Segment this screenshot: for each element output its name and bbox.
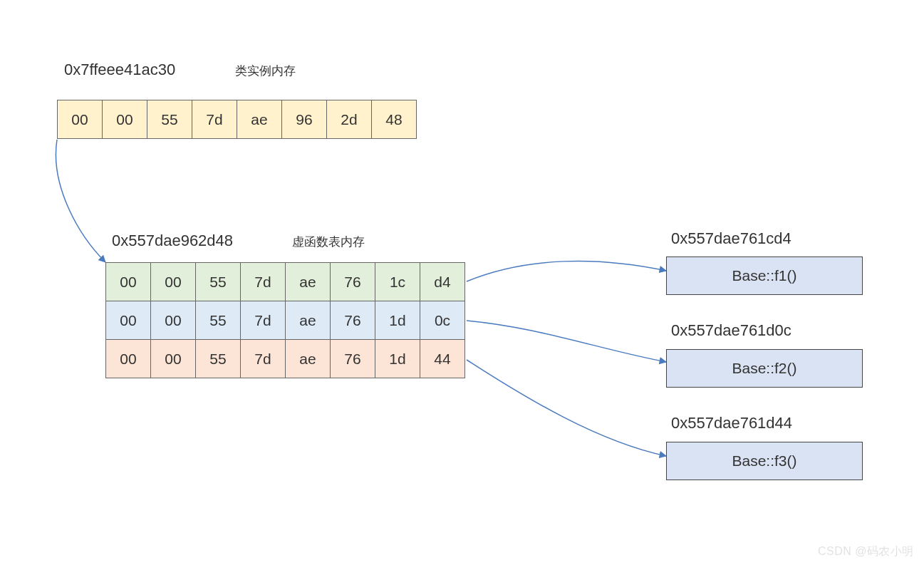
- func-name: Base::f1(): [732, 267, 796, 284]
- vtable-row-2: 00 00 55 7d ae 76 1d 44: [105, 339, 465, 378]
- func-address-0: 0x557dae761cd4: [671, 229, 791, 248]
- byte-cell: 76: [330, 262, 375, 301]
- byte-cell: d4: [420, 262, 465, 301]
- byte-cell: 1c: [375, 262, 420, 301]
- vtable-address: 0x557dae962d48: [112, 232, 233, 250]
- byte-cell: 00: [150, 301, 196, 340]
- byte-cell: 00: [102, 100, 147, 139]
- byte-cell: 44: [420, 339, 465, 378]
- byte-cell: 55: [195, 301, 241, 340]
- func-address-1: 0x557dae761d0c: [671, 321, 791, 340]
- byte-cell: ae: [285, 262, 331, 301]
- vtable-row-1: 00 00 55 7d ae 76 1d 0c: [105, 301, 465, 340]
- byte-cell: 00: [57, 100, 103, 139]
- watermark: CSDN @码农小明: [818, 544, 914, 559]
- instance-label: 类实例内存: [235, 63, 296, 79]
- byte-cell: 00: [105, 301, 151, 340]
- byte-cell: 55: [195, 339, 241, 378]
- byte-cell: 00: [105, 339, 151, 378]
- byte-cell: 7d: [240, 262, 286, 301]
- byte-cell: 7d: [240, 339, 286, 378]
- func-address-2: 0x557dae761d44: [671, 414, 792, 432]
- byte-cell: 1d: [375, 301, 420, 340]
- byte-cell: ae: [285, 339, 331, 378]
- byte-cell: 76: [330, 339, 375, 378]
- byte-cell: ae: [285, 301, 331, 340]
- byte-cell: ae: [237, 100, 282, 139]
- func-name: Base::f2(): [732, 360, 796, 377]
- byte-cell: 00: [150, 262, 196, 301]
- vtable-label: 虚函数表内存: [292, 234, 365, 250]
- byte-cell: 0c: [420, 301, 465, 340]
- byte-cell: 7d: [240, 301, 286, 340]
- byte-cell: 2d: [326, 100, 372, 139]
- byte-cell: 1d: [375, 339, 420, 378]
- byte-cell: 00: [105, 262, 151, 301]
- byte-cell: 96: [281, 100, 327, 139]
- func-box-0: Base::f1(): [666, 256, 863, 295]
- vtable-row-0: 00 00 55 7d ae 76 1c d4: [105, 262, 465, 301]
- byte-cell: 48: [371, 100, 417, 139]
- byte-cell: 00: [150, 339, 196, 378]
- byte-cell: 76: [330, 301, 375, 340]
- byte-cell: 55: [195, 262, 241, 301]
- instance-bytes-row: 00 00 55 7d ae 96 2d 48: [57, 100, 417, 139]
- func-box-2: Base::f3(): [666, 442, 863, 480]
- instance-address: 0x7ffeee41ac30: [64, 61, 175, 79]
- byte-cell: 7d: [192, 100, 237, 139]
- func-box-1: Base::f2(): [666, 349, 863, 388]
- func-name: Base::f3(): [732, 452, 796, 470]
- byte-cell: 55: [147, 100, 192, 139]
